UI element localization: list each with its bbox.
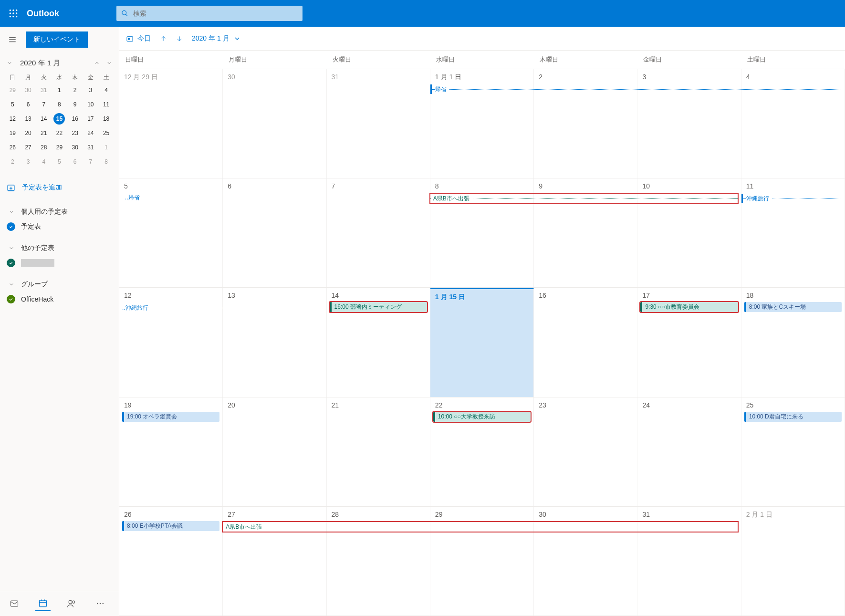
add-calendar-button[interactable]: 予定表を追加 <box>0 177 119 198</box>
mini-day[interactable]: 6 <box>21 97 36 112</box>
event[interactable]: 19:00 オペラ鑑賞会 <box>122 412 219 422</box>
mini-day[interactable]: 5 <box>5 97 21 112</box>
mini-day[interactable]: 9 <box>67 97 83 112</box>
day-cell[interactable]: 2 月 1 日 <box>741 507 845 616</box>
mini-day[interactable]: 30 <box>21 83 36 97</box>
mini-day[interactable]: 13 <box>21 112 36 126</box>
mini-day[interactable]: 29 <box>52 140 67 155</box>
mini-day[interactable]: 1 <box>98 140 114 155</box>
mini-day[interactable]: 23 <box>67 126 83 140</box>
event[interactable]: 8:00 E小学校PTA会議 <box>122 521 219 531</box>
event-span[interactable]: ..沖縄旅行 <box>119 303 323 313</box>
mini-day[interactable]: 31 <box>36 83 52 97</box>
event[interactable]: 16:00 部署内ミーティング <box>330 302 427 312</box>
calendar-item-group[interactable]: OfficeHack <box>7 292 114 306</box>
calendar-item-other[interactable] <box>7 256 114 270</box>
section-personal[interactable]: 個人用の予定表 <box>7 204 114 219</box>
mini-day[interactable]: 11 <box>98 97 114 112</box>
day-cell[interactable]: 7 <box>327 178 430 287</box>
mini-day[interactable]: 10 <box>83 97 99 112</box>
mini-day[interactable]: 29 <box>5 83 21 97</box>
hamburger-icon[interactable] <box>5 32 20 47</box>
day-cell[interactable]: 23 <box>534 397 637 506</box>
more-icon[interactable] <box>93 596 108 611</box>
event[interactable]: 9:30 ○○市教育委員会 <box>640 302 738 312</box>
day-cell[interactable]: 179:30 ○○市教育委員会 <box>637 288 741 397</box>
svg-point-3 <box>10 12 11 14</box>
event-span[interactable]: 帰省 <box>430 84 842 94</box>
mini-day[interactable]: 27 <box>21 140 36 155</box>
mini-day[interactable]: 4 <box>36 155 52 169</box>
mini-day[interactable]: 14 <box>36 112 52 126</box>
event[interactable]: 8:00 家族とCスキー場 <box>744 302 842 312</box>
day-cell[interactable]: 30 <box>223 69 326 178</box>
people-icon[interactable] <box>64 596 79 611</box>
mini-day[interactable]: 20 <box>21 126 36 140</box>
day-cell[interactable]: 188:00 家族とCスキー場 <box>741 288 845 397</box>
event-span[interactable]: A県B市へ出張 <box>430 194 738 203</box>
search-input[interactable] <box>133 10 298 17</box>
mini-day[interactable]: 16 <box>67 112 83 126</box>
mini-day[interactable]: 8 <box>98 155 114 169</box>
mini-day[interactable]: 4 <box>98 83 114 97</box>
day-number: 1 月 1 日 <box>433 72 531 83</box>
today-button[interactable]: 今日 <box>126 34 151 43</box>
calendar-icon[interactable] <box>35 596 51 611</box>
mini-day[interactable]: 22 <box>52 126 67 140</box>
day-cell[interactable]: 2210:00 ○○大学教授来訪 <box>430 397 534 506</box>
day-cell[interactable]: 1919:00 オペラ鑑賞会 <box>119 397 223 506</box>
app-launcher-icon[interactable] <box>4 4 23 23</box>
next-month-icon[interactable] <box>104 58 114 68</box>
day-cell[interactable]: 20 <box>223 397 326 506</box>
mini-day[interactable]: 26 <box>5 140 21 155</box>
mini-day[interactable]: 12 <box>5 112 21 126</box>
new-event-button[interactable]: 新しいイベント <box>26 31 88 48</box>
day-cell[interactable]: 2510:00 D君自宅に来る <box>741 397 845 506</box>
event[interactable]: ..帰省 <box>122 193 219 203</box>
mini-day[interactable]: 1 <box>52 83 67 97</box>
day-cell[interactable]: 16 <box>534 288 637 397</box>
section-other[interactable]: 他の予定表 <box>7 240 114 256</box>
mini-day[interactable]: 18 <box>98 112 114 126</box>
day-cell[interactable]: 24 <box>637 397 741 506</box>
section-group[interactable]: グループ <box>7 277 114 292</box>
day-cell[interactable]: 21 <box>327 397 430 506</box>
mini-day[interactable]: 19 <box>5 126 21 140</box>
mini-day[interactable]: 3 <box>21 155 36 169</box>
day-cell[interactable]: 268:00 E小学校PTA会議 <box>119 507 223 616</box>
event-span[interactable]: 沖縄旅行 <box>741 194 842 203</box>
day-cell[interactable]: 12 月 29 日 <box>119 69 223 178</box>
month-picker[interactable]: 2020 年 1 月 <box>192 34 241 43</box>
mini-day[interactable]: 15 <box>52 112 67 126</box>
mini-day[interactable]: 24 <box>83 126 99 140</box>
day-cell[interactable]: 31 <box>327 69 430 178</box>
day-cell[interactable]: 6 <box>223 178 326 287</box>
chevron-down-icon[interactable] <box>5 58 14 68</box>
mini-day[interactable]: 7 <box>83 155 99 169</box>
mini-day[interactable]: 7 <box>36 97 52 112</box>
mini-day[interactable]: 5 <box>52 155 67 169</box>
mini-day[interactable]: 25 <box>98 126 114 140</box>
event[interactable]: 10:00 D君自宅に来る <box>744 412 842 422</box>
day-cell[interactable]: 1416:00 部署内ミーティング <box>327 288 430 397</box>
mini-day[interactable]: 2 <box>67 83 83 97</box>
mini-day[interactable]: 3 <box>83 83 99 97</box>
event[interactable]: 10:00 ○○大学教授来訪 <box>433 412 531 422</box>
mini-day[interactable]: 30 <box>67 140 83 155</box>
calendar-item-personal[interactable]: 予定表 <box>7 219 114 234</box>
mail-icon[interactable] <box>7 596 22 611</box>
prev-month-icon[interactable] <box>92 58 102 68</box>
event-span[interactable]: A県B市へ出張 <box>223 522 738 532</box>
next-button[interactable] <box>176 35 183 42</box>
day-cell[interactable]: 5..帰省 <box>119 178 223 287</box>
mini-day[interactable]: 28 <box>36 140 52 155</box>
mini-day[interactable]: 21 <box>36 126 52 140</box>
mini-day[interactable]: 2 <box>5 155 21 169</box>
mini-day[interactable]: 6 <box>67 155 83 169</box>
mini-day[interactable]: 31 <box>83 140 99 155</box>
prev-button[interactable] <box>159 35 167 42</box>
search-box[interactable] <box>116 6 303 21</box>
mini-day[interactable]: 17 <box>83 112 99 126</box>
day-cell[interactable]: 1 月 15 日 <box>430 288 534 397</box>
mini-day[interactable]: 8 <box>52 97 67 112</box>
